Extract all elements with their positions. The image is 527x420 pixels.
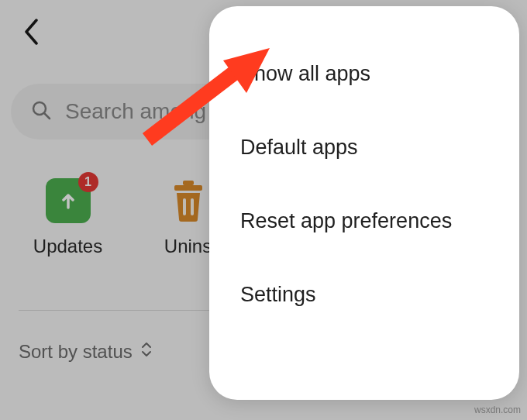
watermark: wsxdn.com — [474, 405, 521, 415]
menu-settings[interactable]: Settings — [209, 258, 519, 332]
menu-show-all-apps[interactable]: Show all apps — [209, 37, 519, 111]
menu-default-apps[interactable]: Default apps — [209, 111, 519, 184]
menu-reset-app-preferences[interactable]: Reset app preferences — [209, 184, 519, 258]
overflow-menu: Show all apps Default apps Reset app pre… — [209, 6, 519, 400]
app-manager-screen: Ma Search among 1 Updates — [0, 0, 527, 420]
